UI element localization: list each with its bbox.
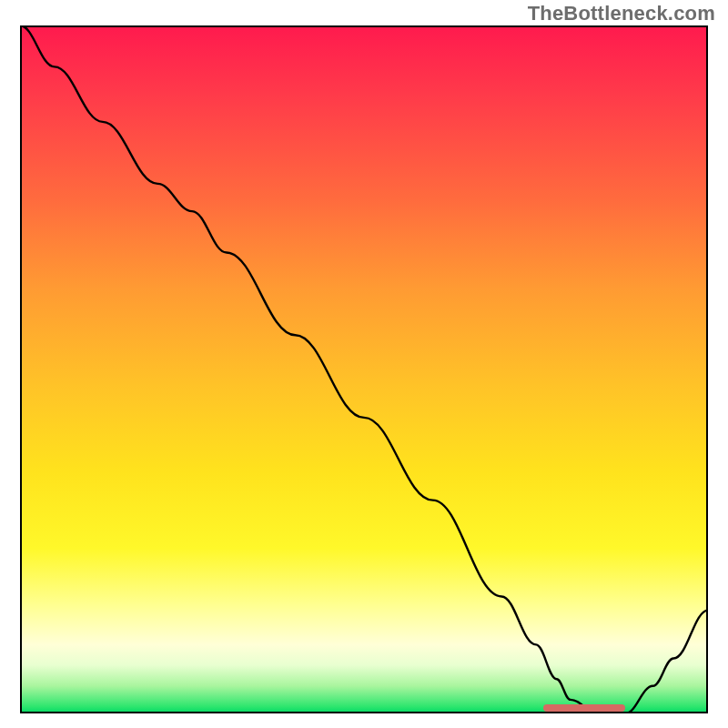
chart-container: TheBottleneck.com bbox=[0, 0, 728, 728]
plot-area bbox=[20, 25, 708, 713]
highlight-marker bbox=[543, 704, 626, 712]
data-curve bbox=[20, 25, 708, 713]
watermark-text: TheBottleneck.com bbox=[528, 2, 715, 25]
